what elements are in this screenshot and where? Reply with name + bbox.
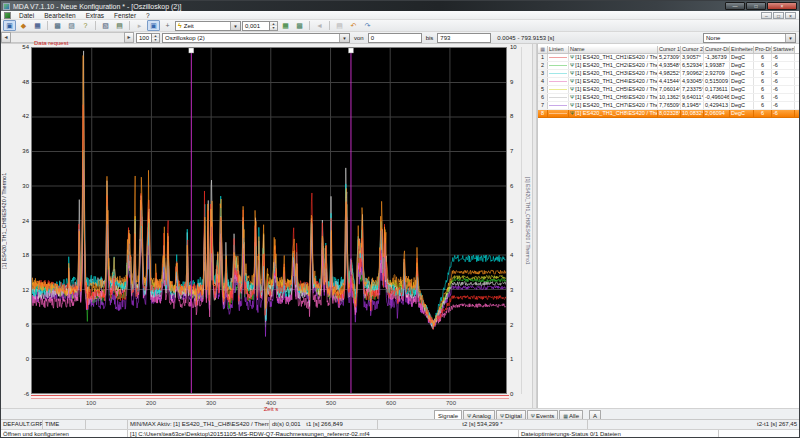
mdi-close-icon[interactable]: × bbox=[785, 12, 796, 19]
signal-type-icon: ▦ bbox=[563, 413, 568, 419]
signal-name-cell: Ψ[1] ES420_TH1_CH4\ES420 / Thermo1 bbox=[569, 78, 658, 85]
line-style-cell bbox=[548, 62, 569, 69]
instrument-window-icon[interactable]: ▩ bbox=[51, 20, 64, 31]
menu-bearbeiten[interactable]: Bearbeiten bbox=[39, 11, 80, 20]
signal-assign-icon[interactable]: ? bbox=[79, 20, 92, 31]
column-header-cursor-diff-[interactable]: Cursor-Diff. bbox=[704, 46, 730, 53]
toolbar-separator bbox=[309, 21, 310, 30]
line-color-swatch bbox=[549, 105, 567, 106]
interval-stepper[interactable]: ▲▼ bbox=[270, 21, 278, 31]
dt-text: dt(s) 0,001 bbox=[272, 421, 301, 427]
table-row[interactable]: 5Ψ[1] ES420_TH1_CH5\ES420 / Thermo17,060… bbox=[538, 86, 800, 94]
left-axis-tick: 12 bbox=[11, 287, 29, 293]
right-axis-tick: 1 bbox=[510, 356, 522, 362]
menu-datei[interactable]: Datei bbox=[14, 11, 39, 20]
x-axis-tick: 500 bbox=[326, 400, 336, 406]
zoom-mode-icon[interactable]: ▣ bbox=[147, 20, 160, 31]
layout-window-icon[interactable]: ▧ bbox=[99, 20, 112, 31]
pointer-mode-icon[interactable]: ▸ bbox=[133, 20, 146, 31]
cursor-t1-cell: dt(s) 0,001 t1 [s] 266,849 bbox=[270, 420, 378, 429]
column-header-cursor-2[interactable]: Cursor 2 bbox=[681, 46, 704, 53]
time-base-combobox[interactable]: ϟ Zeit ▼ bbox=[175, 21, 241, 31]
spacer-cell bbox=[588, 420, 719, 429]
start-value: -6 bbox=[772, 94, 795, 101]
zoom-stepper[interactable]: ▲▼ bbox=[152, 33, 160, 43]
unit-value: DegC bbox=[730, 62, 754, 69]
signal-name: [1] ES420_TH1_CH1\ES420 / Thermo1 bbox=[575, 54, 658, 61]
signal-traces[interactable] bbox=[32, 48, 506, 393]
analog-signal-icon: Ψ bbox=[570, 62, 574, 69]
pro-div-value: 6 bbox=[754, 70, 772, 77]
right-axis-tick: 0 bbox=[510, 391, 522, 397]
oscilloscope-plot[interactable] bbox=[31, 47, 507, 394]
cursor-2-handle[interactable] bbox=[348, 48, 353, 53]
open-configure-link[interactable]: Öffnen und konfigurieren bbox=[1, 430, 128, 438]
empty-cell bbox=[86, 420, 128, 429]
row-number: 3 bbox=[538, 70, 548, 77]
mdi-restore-icon[interactable]: □ bbox=[773, 12, 784, 19]
table-row[interactable]: 8Ψ[1] ES420_TH1_CH8\ES420 / Thermo18,023… bbox=[538, 110, 800, 118]
interval-input[interactable]: 0,001 bbox=[242, 21, 270, 31]
save-configuration-icon[interactable]: ▦ bbox=[31, 20, 44, 31]
scroll-right-icon[interactable]: ► bbox=[124, 32, 134, 43]
right-axis-tick: 5 bbox=[510, 218, 522, 224]
scroll-left-icon[interactable]: ◄ bbox=[1, 32, 11, 43]
menu-hilfe[interactable]: ? bbox=[141, 11, 155, 20]
column-header-linien[interactable]: Linien bbox=[548, 46, 569, 53]
config-display-icon[interactable]: ▨ bbox=[65, 20, 78, 31]
new-configuration-icon[interactable]: ▣ bbox=[3, 20, 16, 31]
menu-fenster[interactable]: Fenster bbox=[109, 11, 141, 20]
column-header-pro-div[interactable]: Pro-Div bbox=[754, 46, 772, 53]
measure-grid-icon[interactable]: ▩ bbox=[293, 20, 306, 31]
table-row[interactable]: 3Ψ[1] ES420_TH1_CH3\ES420 / Thermo14,982… bbox=[538, 70, 800, 78]
table-row[interactable]: 7Ψ[1] ES420_TH1_CH7\ES420 / Thermo17,765… bbox=[538, 102, 800, 110]
right-axis-tick: 8 bbox=[510, 113, 522, 119]
range-end-input[interactable]: 793 bbox=[437, 33, 491, 43]
minimize-button-icon[interactable]: — bbox=[725, 2, 745, 10]
column-header-name[interactable]: Name bbox=[569, 46, 658, 53]
mdi-window-controls: – □ × bbox=[761, 12, 799, 19]
chevron-down-icon[interactable]: ▼ bbox=[785, 34, 795, 42]
menu-extras[interactable]: Extras bbox=[81, 11, 109, 20]
maximize-button-icon[interactable]: □ bbox=[746, 2, 766, 10]
column-header-einheiten[interactable]: Einheiten bbox=[730, 46, 754, 53]
table-row[interactable]: 4Ψ[1] ES420_TH1_CH4\ES420 / Thermo14,415… bbox=[538, 78, 800, 86]
chevron-down-icon[interactable]: ▼ bbox=[230, 22, 240, 30]
analog-signal-icon: Ψ bbox=[570, 78, 574, 85]
table-corner-icon[interactable]: ▦ bbox=[538, 46, 548, 53]
filter-combobox[interactable]: None ▼ bbox=[703, 33, 796, 43]
monitor-window-icon[interactable]: ▤ bbox=[113, 20, 126, 31]
chevron-down-icon[interactable]: ▼ bbox=[339, 34, 349, 42]
zoom-input[interactable]: 100 bbox=[136, 33, 152, 43]
view-selector-combobox[interactable]: Oszilloskop (2) ▼ bbox=[162, 33, 350, 43]
cursor-1-handle[interactable] bbox=[189, 48, 194, 53]
column-header-cursor-1[interactable]: Cursor 1 bbox=[658, 46, 681, 53]
row-number: 1 bbox=[538, 54, 548, 61]
cursor-diff-value: 0,515009 bbox=[704, 78, 730, 85]
table-row[interactable]: 2Ψ[1] ES420_TH1_CH2\ES420 / Thermo14,935… bbox=[538, 62, 800, 70]
close-button-icon[interactable]: × bbox=[767, 2, 797, 10]
snapshot-icon[interactable]: ▦ bbox=[279, 20, 292, 31]
back-icon[interactable]: ◄ bbox=[313, 20, 326, 31]
cursor2-value: 7,23375° bbox=[681, 86, 704, 93]
start-value: -6 bbox=[772, 62, 795, 69]
unit-value: DegC bbox=[730, 86, 754, 93]
mdi-minimize-icon[interactable]: – bbox=[761, 12, 772, 19]
x-axis-tick: 300 bbox=[206, 400, 216, 406]
copy-icon[interactable]: ▤ bbox=[333, 20, 346, 31]
table-row[interactable]: 6Ψ[1] ES420_TH1_CH6\ES420 / Thermo110,13… bbox=[538, 94, 800, 102]
column-header-startwert[interactable]: Startwert bbox=[772, 46, 795, 53]
cursor-diff-value: -1,36739 bbox=[704, 54, 730, 61]
redo-icon[interactable]: ↷ bbox=[361, 20, 374, 31]
open-configuration-icon[interactable]: ◆ bbox=[17, 20, 30, 31]
row-number: 4 bbox=[538, 78, 548, 85]
signal-name-cell: Ψ[1] ES420_TH1_CH5\ES420 / Thermo1 bbox=[569, 86, 658, 93]
left-axis-tick: 24 bbox=[11, 218, 29, 224]
data-request-label: Data request bbox=[34, 40, 68, 46]
undo-icon[interactable]: ↶ bbox=[347, 20, 360, 31]
tab-label: Events bbox=[536, 413, 554, 419]
pro-div-value: 6 bbox=[754, 94, 772, 101]
table-row[interactable]: 1Ψ[1] ES420_TH1_CH1\ES420 / Thermo15,273… bbox=[538, 54, 800, 62]
pan-mode-icon[interactable]: + bbox=[161, 20, 174, 31]
range-start-input[interactable]: 0 bbox=[368, 33, 422, 43]
